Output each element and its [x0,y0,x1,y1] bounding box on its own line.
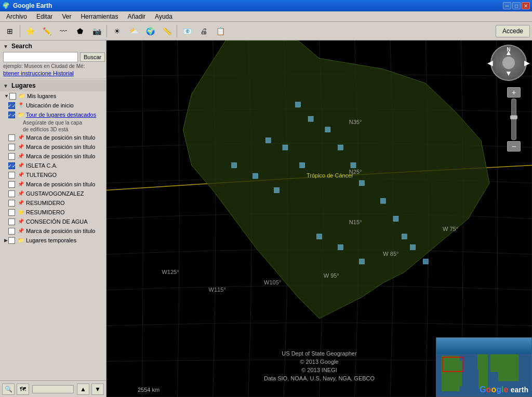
zoom-slider[interactable] [511,99,516,140]
check-tultengo[interactable] [8,172,15,179]
check-marca-2[interactable] [8,144,15,150]
tb-ruler-btn[interactable]: 📏 [159,24,175,38]
google-text-g: G [480,385,486,394]
maximize-button[interactable]: □ [512,2,521,9]
check-resumidero-1[interactable] [8,200,15,207]
tb-sep-1 [20,25,20,37]
menu-archivo[interactable]: Archivo [2,12,31,21]
menu-herramientas[interactable]: Herramientas [76,12,122,21]
tb-export-btn[interactable]: 📋 [212,24,228,38]
menu-ver[interactable]: Ver [58,12,75,21]
places-header[interactable]: ▼ Lugares [0,80,106,91]
minimize-button[interactable]: ─ [503,2,511,9]
mini-map: Google earth [436,337,532,397]
map-area[interactable]: N35° N25° N15° W125° W115° W105° W 95° W… [107,40,532,397]
tree-ubicacion-inicio[interactable]: ✓ 📍 Ubicación de inicio [0,101,106,110]
places-title: Lugares [11,82,36,89]
tree-marca-1[interactable]: 📌 Marca de posición sin título [0,133,106,142]
attribution-text: US Dept of State Geographer© 2013 Google… [264,349,375,382]
check-marca-1[interactable] [8,134,15,141]
marker-gustavo-icon: 📌 [17,189,25,198]
tree-marca-4[interactable]: 📌 Marca de posición sin título [0,180,106,189]
folder-mis-lugares-icon: 📁 [18,92,26,100]
nav-right-btn[interactable]: ▶ [524,59,530,67]
menu-ayuda[interactable]: Ayuda [151,12,177,21]
nav-down-btn[interactable]: ▼ [505,69,512,77]
app-icon: 🌍 [2,2,10,9]
marker-5-icon: 📌 [17,227,25,235]
marker-resumidero1-icon: 📌 [17,199,25,207]
nav-control[interactable]: N ▲ ◀ ▶ ▼ [490,45,527,81]
check-isleta[interactable]: ✓ [8,162,15,169]
marca-5-label: Marca de posición sin título [26,227,95,235]
tree-tour-lugares[interactable]: ✓ 📁 Tour de lugares destacados [0,110,106,119]
tb-earth-btn[interactable]: 🌍 [142,24,158,38]
menu-editar[interactable]: Editar [32,12,57,21]
tree-lugares-temp[interactable]: ▶ 📁 Lugares temporales [0,236,106,245]
accede-button[interactable]: Accede [496,25,530,37]
check-temp[interactable] [8,237,15,244]
check-resumidero-2[interactable] [8,209,15,216]
expand-temp-icon: ▶ [4,236,8,244]
menu-añadir[interactable]: Añadir [123,12,150,21]
toolbar: ⊞ ⭐ ✏️ 〰 ⬟ 📷 ☀ ⛅ 🌍 📏 📧 🖨 📋 Accede [0,22,532,40]
bb-map-btn[interactable]: 🗺 [17,384,29,395]
bb-search-btn[interactable]: 🔍 [2,384,15,395]
check-marca-3[interactable] [8,153,15,160]
tree-marca-5[interactable]: 📌 Marca de posición sin título [0,226,106,236]
tb-map-btn[interactable]: ⊞ [2,24,18,38]
search-link[interactable]: btener instruccione Historial [3,70,103,76]
check-mis-lugares[interactable] [9,93,16,100]
tree-consecucion[interactable]: 📌 CONSECIÓN DE AGUA [0,217,106,226]
check-gustavo[interactable] [8,190,15,197]
zoom-in-btn[interactable]: + [507,87,521,98]
resumidero-2-label: RESUMIDERO [26,208,65,216]
google-earth-logo: Google earth [480,385,528,394]
tree-resumidero-2[interactable]: ⭐ RESUMIDERO [0,208,106,217]
check-marca-4[interactable] [8,181,15,188]
marca-3-label: Marca de posición sin título [26,152,95,160]
tb-pencil-btn[interactable]: ✏️ [39,24,55,38]
tree-tultengo[interactable]: 📌 TULTENGO [0,170,106,180]
tb-cloud-btn[interactable]: ⛅ [126,24,141,38]
check-consecucion[interactable] [8,218,15,225]
tb-star-btn[interactable]: ⭐ [22,24,38,38]
main-area: ▼ Search Buscar ejemplo: Museos en Ciuda… [0,40,532,397]
title-bar-left: 🌍 Google Earth [2,2,52,9]
marca-1-label: Marca de posición sin título [26,133,95,142]
tree-marca-3[interactable]: 📌 Marca de posición sin título [0,152,106,161]
check-tour[interactable]: ✓ [8,112,15,118]
nav-arrows: ▲ ◀ ▶ ▼ [491,48,526,77]
tb-path-btn[interactable]: 〰 [56,24,71,38]
tree-resumidero-1[interactable]: 📌 RESUMIDERO [0,198,106,208]
search-header[interactable]: ▼ Search [3,43,103,50]
bb-down-btn[interactable]: ▼ [91,384,104,395]
zoom-thumb [510,115,517,119]
scale-bar [32,385,74,393]
close-button[interactable]: ✕ [522,2,530,9]
zoom-out-btn[interactable]: − [507,141,521,152]
tb-print-btn[interactable]: 🖨 [196,24,211,38]
check-marca-5[interactable] [8,228,15,235]
search-section: ▼ Search Buscar ejemplo: Museos en Ciuda… [0,40,106,79]
tree-isleta[interactable]: ✓ 📌 ISLETA C.A. [0,161,106,170]
tb-polygon-btn[interactable]: ⬟ [72,24,88,38]
search-input[interactable] [3,52,78,62]
app-title: Google Earth [13,2,52,9]
tree-gustavo[interactable]: 📌 GUSTAVOGONZALEZ [0,189,106,198]
marker-3-icon: 📌 [17,152,25,160]
nav-left-btn[interactable]: ◀ [487,59,493,67]
places-section[interactable]: ▼ Lugares ▼ 📁 Mis lugares ✓ 📍 Ubicación … [0,79,106,380]
tree-marca-2[interactable]: 📌 Marca de posición sin título [0,142,106,152]
marker-consecucion-icon: 📌 [17,217,25,226]
bb-up-btn[interactable]: ▲ [77,384,89,395]
tb-sun-btn[interactable]: ☀ [109,24,125,38]
nav-center[interactable] [502,57,515,69]
check-ubicacion[interactable]: ✓ [8,102,15,109]
tb-camera-btn[interactable]: 📷 [89,24,104,38]
tree-mis-lugares[interactable]: ▼ 📁 Mis lugares [0,91,106,101]
tb-email-btn[interactable]: 📧 [179,24,195,38]
tour-label[interactable]: Tour de lugares destacados [26,111,96,119]
folder-temp-icon: 📁 [17,236,25,244]
buscar-button[interactable]: Buscar [80,52,105,62]
